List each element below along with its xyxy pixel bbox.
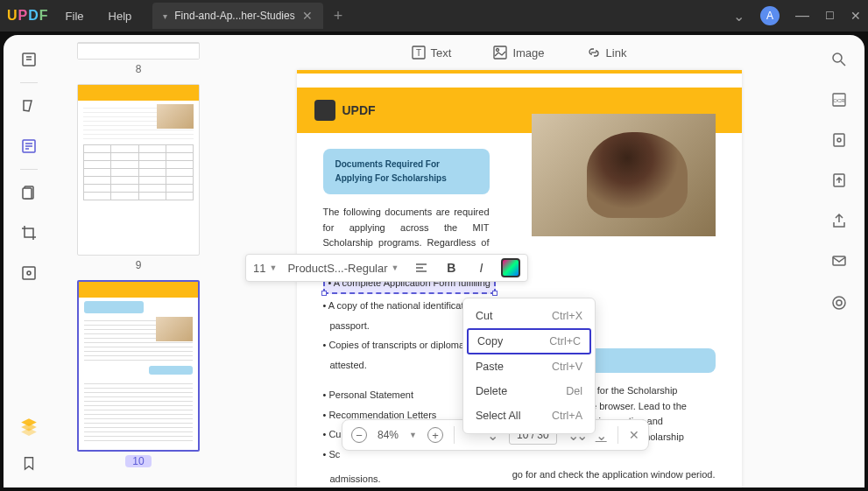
close-controls-button[interactable]: ✕: [629, 428, 639, 442]
text-format-toolbar: 11 ▼ ProductS...-Regular ▼ B I: [245, 254, 528, 282]
svg-rect-9: [23, 267, 35, 279]
protect-icon[interactable]: [830, 131, 850, 151]
svg-rect-20: [834, 134, 844, 146]
svg-line-17: [841, 61, 845, 66]
thumbnail-label-8: 8: [136, 63, 142, 75]
comment-tool-icon[interactable]: [18, 95, 39, 116]
menu-file[interactable]: File: [66, 10, 84, 23]
maximize-button[interactable]: ☐: [825, 10, 835, 22]
document-callout: Documents Required For Applying For Scho…: [323, 149, 490, 194]
font-size-selector[interactable]: 11 ▼: [253, 262, 277, 275]
svg-rect-8: [23, 188, 32, 199]
svg-point-21: [837, 138, 841, 142]
zoom-level: 84%: [378, 429, 399, 441]
context-menu-cut[interactable]: Cut Ctrl+X: [463, 304, 595, 328]
svg-rect-24: [833, 297, 845, 309]
scroll-bottom-icon[interactable]: ⌄: [596, 427, 607, 444]
svg-rect-23: [833, 256, 845, 265]
thumbnail-page-10[interactable]: [77, 280, 200, 452]
user-avatar[interactable]: A: [760, 6, 780, 25]
document-tab[interactable]: ▾ Find-and-Ap...her-Studies ✕: [152, 3, 322, 29]
zoom-dropdown-icon[interactable]: ▼: [409, 431, 417, 439]
context-menu-copy[interactable]: Copy Ctrl+C: [467, 328, 591, 354]
thumbnail-panel: 8: [54, 35, 222, 487]
tools-icon[interactable]: [18, 263, 39, 284]
bookmark-icon[interactable]: [18, 452, 39, 473]
edit-toolbar: T Text Image Link: [222, 35, 815, 70]
titlebar: UPDF File Help ▾ Find-and-Ap...her-Studi…: [0, 0, 868, 32]
document-header-brand: UPDF: [342, 103, 376, 117]
image-tool-button[interactable]: Image: [493, 46, 544, 60]
crop-tool-icon[interactable]: [18, 222, 39, 243]
edit-tool-icon[interactable]: [18, 136, 39, 157]
italic-button[interactable]: I: [471, 258, 490, 277]
svg-point-10: [27, 271, 31, 275]
zoom-out-button[interactable]: −: [351, 427, 367, 443]
svg-text:OCR: OCR: [833, 98, 845, 103]
svg-point-25: [836, 300, 842, 305]
context-menu-select-all[interactable]: Select All Ctrl+A: [463, 403, 595, 428]
export-icon[interactable]: [830, 172, 850, 191]
reader-tool-icon[interactable]: [18, 49, 39, 70]
context-menu-delete[interactable]: Delete Del: [463, 379, 595, 403]
color-picker-button[interactable]: [501, 258, 520, 277]
layers-icon[interactable]: [18, 416, 39, 437]
context-menu-paste[interactable]: Paste Ctrl+V: [463, 354, 595, 379]
search-icon[interactable]: [830, 51, 850, 70]
updf-logo: [314, 100, 335, 121]
close-window-button[interactable]: ✕: [850, 9, 861, 23]
document-image: [532, 114, 716, 236]
zoom-in-button[interactable]: +: [427, 427, 443, 443]
left-toolbar: [4, 35, 54, 487]
tab-title: Find-and-Ap...her-Studies: [174, 10, 294, 22]
text-tool-button[interactable]: T Text: [412, 46, 452, 60]
thumbnail-label-10: 10: [125, 455, 151, 467]
chevron-down-icon: ▾: [163, 11, 167, 21]
menu-help[interactable]: Help: [109, 10, 132, 23]
thumbnail-page-9[interactable]: [77, 84, 200, 256]
svg-point-14: [497, 49, 499, 52]
context-menu: Cut Ctrl+X Copy Ctrl+C Paste Ctrl+V Dele…: [462, 298, 596, 434]
thumbnail-label-9: 9: [136, 259, 142, 271]
svg-point-16: [833, 53, 842, 62]
document-text: go for and check the application window …: [512, 467, 716, 487]
minimize-button[interactable]: —: [795, 8, 809, 24]
link-tool-button[interactable]: Link: [587, 46, 627, 60]
share-icon[interactable]: [830, 212, 850, 231]
right-toolbar: OCR: [815, 35, 864, 487]
chevron-down-icon[interactable]: ⌄: [733, 8, 745, 25]
list-item: admissions.: [323, 472, 381, 487]
ocr-icon[interactable]: OCR: [830, 91, 850, 110]
align-icon[interactable]: [412, 258, 431, 277]
svg-text:T: T: [416, 48, 421, 58]
add-tab-button[interactable]: +: [334, 7, 343, 25]
close-tab-icon[interactable]: ✕: [302, 9, 313, 23]
font-family-selector[interactable]: ProductS...-Regular ▼: [287, 262, 401, 275]
print-icon[interactable]: [830, 292, 850, 312]
organize-tool-icon[interactable]: [18, 182, 39, 203]
app-logo: UPDF: [7, 8, 48, 24]
thumbnail-page-8[interactable]: [77, 42, 200, 60]
email-icon[interactable]: [830, 252, 850, 271]
bold-button[interactable]: B: [441, 258, 461, 277]
